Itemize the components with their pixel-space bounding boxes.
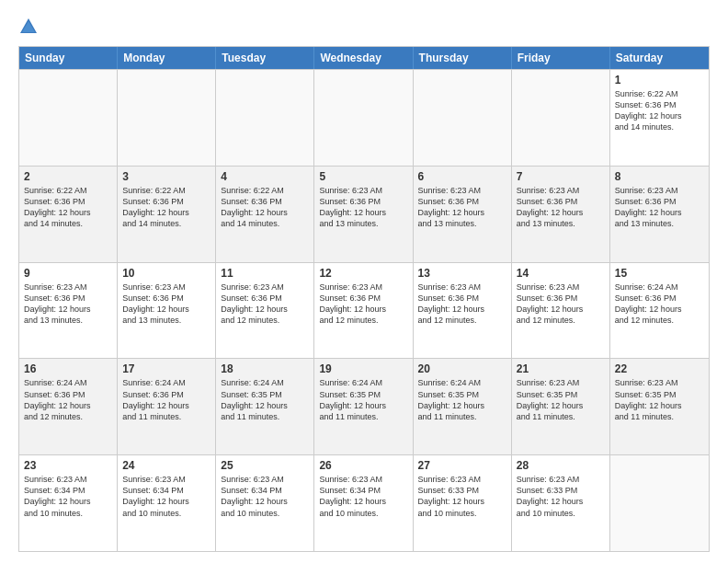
day-number: 21: [517, 362, 605, 375]
day-info: Sunrise: 6:23 AM Sunset: 6:34 PM Dayligh…: [24, 474, 112, 519]
cal-week-3: 9Sunrise: 6:23 AM Sunset: 6:36 PM Daylig…: [19, 262, 709, 359]
day-info: Sunrise: 6:24 AM Sunset: 6:36 PM Dayligh…: [122, 377, 210, 422]
day-info: Sunrise: 6:23 AM Sunset: 6:34 PM Dayligh…: [319, 474, 407, 519]
day-info: Sunrise: 6:23 AM Sunset: 6:33 PM Dayligh…: [418, 474, 506, 519]
day-number: 6: [418, 170, 506, 183]
cal-day-empty: [19, 70, 118, 166]
day-number: 22: [615, 362, 704, 375]
cal-day-27: 27Sunrise: 6:23 AM Sunset: 6:33 PM Dayli…: [414, 455, 512, 551]
day-number: 5: [319, 170, 407, 183]
day-info: Sunrise: 6:24 AM Sunset: 6:36 PM Dayligh…: [24, 377, 112, 422]
cal-day-20: 20Sunrise: 6:24 AM Sunset: 6:35 PM Dayli…: [414, 359, 512, 454]
cal-day-1: 1Sunrise: 6:22 AM Sunset: 6:36 PM Daylig…: [610, 70, 709, 166]
day-number: 17: [122, 362, 210, 375]
day-number: 13: [418, 267, 506, 280]
cal-day-28: 28Sunrise: 6:23 AM Sunset: 6:33 PM Dayli…: [512, 455, 610, 551]
day-number: 3: [122, 170, 210, 183]
day-number: 25: [221, 459, 309, 472]
cal-day-2: 2Sunrise: 6:22 AM Sunset: 6:36 PM Daylig…: [19, 167, 118, 262]
header-day-tuesday: Tuesday: [216, 47, 314, 69]
day-number: 20: [418, 362, 506, 375]
day-info: Sunrise: 6:22 AM Sunset: 6:36 PM Dayligh…: [615, 88, 704, 133]
cal-week-5: 23Sunrise: 6:23 AM Sunset: 6:34 PM Dayli…: [19, 454, 709, 551]
cal-day-17: 17Sunrise: 6:24 AM Sunset: 6:36 PM Dayli…: [118, 359, 216, 454]
day-info: Sunrise: 6:23 AM Sunset: 6:36 PM Dayligh…: [319, 185, 407, 230]
day-info: Sunrise: 6:23 AM Sunset: 6:36 PM Dayligh…: [122, 282, 210, 327]
cal-day-13: 13Sunrise: 6:23 AM Sunset: 6:36 PM Dayli…: [414, 263, 512, 359]
day-info: Sunrise: 6:23 AM Sunset: 6:36 PM Dayligh…: [221, 282, 309, 327]
day-info: Sunrise: 6:23 AM Sunset: 6:36 PM Dayligh…: [319, 282, 407, 327]
cal-day-24: 24Sunrise: 6:23 AM Sunset: 6:34 PM Dayli…: [118, 455, 216, 551]
cal-day-3: 3Sunrise: 6:22 AM Sunset: 6:36 PM Daylig…: [118, 167, 216, 262]
cal-day-8: 8Sunrise: 6:23 AM Sunset: 6:36 PM Daylig…: [610, 167, 709, 262]
cal-day-4: 4Sunrise: 6:22 AM Sunset: 6:36 PM Daylig…: [216, 167, 314, 262]
cal-day-23: 23Sunrise: 6:23 AM Sunset: 6:34 PM Dayli…: [19, 455, 118, 551]
day-number: 9: [24, 267, 112, 280]
day-info: Sunrise: 6:23 AM Sunset: 6:36 PM Dayligh…: [418, 282, 506, 327]
day-info: Sunrise: 6:22 AM Sunset: 6:36 PM Dayligh…: [24, 185, 112, 230]
cal-week-4: 16Sunrise: 6:24 AM Sunset: 6:36 PM Dayli…: [19, 358, 709, 454]
day-number: 24: [122, 459, 210, 472]
logo: [18, 17, 42, 37]
day-info: Sunrise: 6:24 AM Sunset: 6:36 PM Dayligh…: [615, 282, 704, 327]
header-day-wednesday: Wednesday: [314, 47, 413, 69]
day-info: Sunrise: 6:23 AM Sunset: 6:36 PM Dayligh…: [418, 185, 506, 230]
cal-week-1: 1Sunrise: 6:22 AM Sunset: 6:36 PM Daylig…: [19, 69, 709, 166]
cal-day-18: 18Sunrise: 6:24 AM Sunset: 6:35 PM Dayli…: [216, 359, 314, 454]
cal-day-empty: [512, 70, 610, 166]
day-info: Sunrise: 6:22 AM Sunset: 6:36 PM Dayligh…: [122, 185, 210, 230]
cal-day-10: 10Sunrise: 6:23 AM Sunset: 6:36 PM Dayli…: [118, 263, 216, 359]
cal-day-empty: [314, 70, 413, 166]
day-number: 16: [24, 362, 112, 375]
header: [18, 17, 710, 37]
header-day-monday: Monday: [118, 47, 216, 69]
cal-day-6: 6Sunrise: 6:23 AM Sunset: 6:36 PM Daylig…: [414, 167, 512, 262]
cal-day-empty: [118, 70, 216, 166]
day-info: Sunrise: 6:23 AM Sunset: 6:34 PM Dayligh…: [221, 474, 309, 519]
logo-icon: [18, 17, 39, 37]
day-number: 1: [615, 74, 704, 86]
day-number: 4: [221, 170, 309, 183]
calendar: SundayMondayTuesdayWednesdayThursdayFrid…: [18, 46, 710, 552]
cal-day-empty: [414, 70, 512, 166]
cal-day-5: 5Sunrise: 6:23 AM Sunset: 6:36 PM Daylig…: [314, 167, 413, 262]
day-info: Sunrise: 6:23 AM Sunset: 6:35 PM Dayligh…: [615, 377, 704, 422]
day-info: Sunrise: 6:23 AM Sunset: 6:34 PM Dayligh…: [122, 474, 210, 519]
day-number: 19: [319, 362, 407, 375]
header-day-friday: Friday: [512, 47, 610, 69]
day-info: Sunrise: 6:22 AM Sunset: 6:36 PM Dayligh…: [221, 185, 309, 230]
header-day-saturday: Saturday: [610, 47, 709, 69]
day-number: 8: [615, 170, 704, 183]
day-number: 23: [24, 459, 112, 472]
day-info: Sunrise: 6:23 AM Sunset: 6:36 PM Dayligh…: [517, 185, 605, 230]
calendar-body: 1Sunrise: 6:22 AM Sunset: 6:36 PM Daylig…: [19, 69, 709, 551]
day-info: Sunrise: 6:24 AM Sunset: 6:35 PM Dayligh…: [319, 377, 407, 422]
cal-day-16: 16Sunrise: 6:24 AM Sunset: 6:36 PM Dayli…: [19, 359, 118, 454]
cal-day-14: 14Sunrise: 6:23 AM Sunset: 6:36 PM Dayli…: [512, 263, 610, 359]
cal-day-9: 9Sunrise: 6:23 AM Sunset: 6:36 PM Daylig…: [19, 263, 118, 359]
cal-day-11: 11Sunrise: 6:23 AM Sunset: 6:36 PM Dayli…: [216, 263, 314, 359]
day-info: Sunrise: 6:23 AM Sunset: 6:36 PM Dayligh…: [517, 282, 605, 327]
day-number: 28: [517, 459, 605, 472]
cal-day-22: 22Sunrise: 6:23 AM Sunset: 6:35 PM Dayli…: [610, 359, 709, 454]
calendar-header: SundayMondayTuesdayWednesdayThursdayFrid…: [19, 47, 709, 69]
cal-week-2: 2Sunrise: 6:22 AM Sunset: 6:36 PM Daylig…: [19, 166, 709, 262]
cal-day-15: 15Sunrise: 6:24 AM Sunset: 6:36 PM Dayli…: [610, 263, 709, 359]
header-day-sunday: Sunday: [19, 47, 118, 69]
day-info: Sunrise: 6:24 AM Sunset: 6:35 PM Dayligh…: [418, 377, 506, 422]
day-number: 12: [319, 267, 407, 280]
day-info: Sunrise: 6:23 AM Sunset: 6:35 PM Dayligh…: [517, 377, 605, 422]
page: SundayMondayTuesdayWednesdayThursdayFrid…: [0, 0, 728, 563]
day-number: 11: [221, 267, 309, 280]
header-day-thursday: Thursday: [414, 47, 512, 69]
day-number: 26: [319, 459, 407, 472]
cal-day-empty: [610, 455, 709, 551]
cal-day-19: 19Sunrise: 6:24 AM Sunset: 6:35 PM Dayli…: [314, 359, 413, 454]
day-info: Sunrise: 6:23 AM Sunset: 6:36 PM Dayligh…: [24, 282, 112, 327]
day-number: 10: [122, 267, 210, 280]
day-number: 15: [615, 267, 704, 280]
day-number: 2: [24, 170, 112, 183]
cal-day-25: 25Sunrise: 6:23 AM Sunset: 6:34 PM Dayli…: [216, 455, 314, 551]
cal-day-empty: [216, 70, 314, 166]
cal-day-7: 7Sunrise: 6:23 AM Sunset: 6:36 PM Daylig…: [512, 167, 610, 262]
